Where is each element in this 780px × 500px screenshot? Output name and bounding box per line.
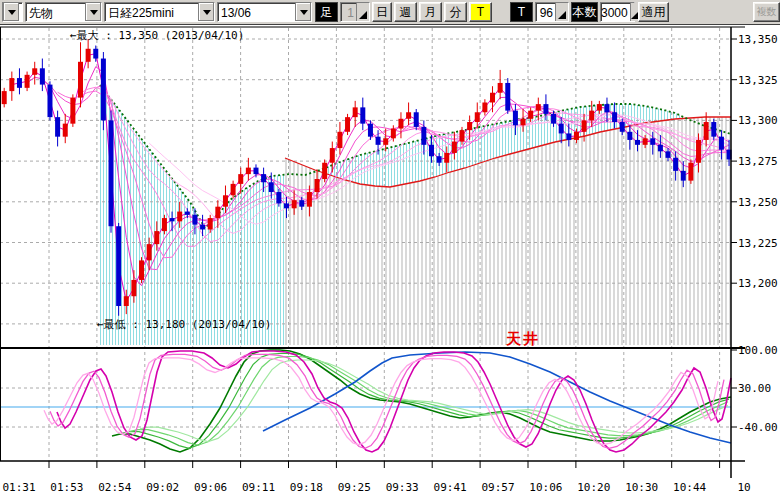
tick-count-value: 96	[536, 3, 555, 21]
price-chart-plot	[0, 0, 780, 500]
bar-type-label: 足	[315, 2, 338, 22]
y-axis-label: 13,250	[738, 196, 778, 209]
period-month-button[interactable]: 月	[419, 2, 442, 22]
x-axis-label: 02:54	[95, 481, 135, 494]
chart-application-window: 先物 日経225mini 13/06 足 1 日 週 月 分 T T 96 本数…	[0, 0, 780, 500]
y-axis-label: 13,275	[738, 155, 778, 168]
x-axis-label: 10:06	[526, 481, 566, 494]
x-axis-label: 09:18	[286, 481, 326, 494]
interval-stepper[interactable]: 1	[340, 2, 370, 22]
period-tick-button[interactable]: T	[469, 2, 492, 22]
tick-count-stepper[interactable]: 96	[535, 2, 569, 22]
bar-count-stepper[interactable]: 3000	[600, 2, 635, 22]
tick-count-label: T	[510, 2, 533, 22]
chevron-down-icon[interactable]	[295, 3, 311, 21]
x-axis-label: 09:06	[191, 481, 231, 494]
x-axis-label: 10:30	[622, 481, 662, 494]
bar-count-label: 本数	[571, 2, 598, 22]
x-axis-label: 09:41	[430, 481, 470, 494]
ceiling-annotation: 天井	[506, 330, 540, 349]
x-axis-label: 09:33	[382, 481, 422, 494]
x-axis-label: 09:57	[478, 481, 518, 494]
toolbar: 先物 日経225mini 13/06 足 1 日 週 月 分 T T 96 本数…	[0, 0, 780, 25]
min-price-annotation: ←最低 : 13,180 (2013/04/10)	[97, 317, 271, 332]
y-axis-label: 100.00	[738, 344, 778, 357]
y-axis-label: 30.00	[738, 382, 771, 395]
spin-icon[interactable]	[555, 3, 568, 21]
y-axis-label: 13,300	[738, 114, 778, 127]
chevron-down-icon[interactable]	[3, 3, 19, 21]
contract-month-select[interactable]: 13/06	[217, 2, 312, 22]
apply-button[interactable]: 適用	[638, 2, 669, 22]
symbol-category-select[interactable]: 先物	[25, 2, 102, 22]
period-day-button[interactable]: 日	[372, 2, 392, 22]
interval-value: 1	[341, 3, 356, 21]
max-price-annotation: ←最大 : 13,350 (2013/04/10)	[70, 28, 244, 43]
y-axis-label: 13,325	[738, 74, 778, 87]
symbol-category-value: 先物	[26, 3, 85, 21]
chart-type-dropdown[interactable]	[2, 2, 23, 22]
y-axis-label: 13,200	[738, 277, 778, 290]
period-week-button[interactable]: 週	[394, 2, 417, 22]
contract-month-value: 13/06	[218, 3, 295, 21]
y-axis-label: 13,225	[738, 237, 778, 250]
symbol-name-value: 日経225mini	[105, 3, 198, 21]
chevron-down-icon[interactable]	[85, 3, 101, 21]
x-axis-label: 01:31	[0, 481, 39, 494]
period-minute-button[interactable]: 分	[444, 2, 467, 22]
x-axis-label: 10:20	[574, 481, 614, 494]
y-axis-label: -40.00	[738, 421, 778, 434]
spin-icon[interactable]	[356, 3, 369, 21]
x-axis-label: 09:02	[143, 481, 183, 494]
x-axis-label: 09:25	[334, 481, 374, 494]
x-axis-label: 01:53	[47, 481, 87, 494]
multi-symbol-button[interactable]: 複数銘柄	[753, 2, 780, 22]
x-axis-label: 10:44	[670, 481, 710, 494]
chevron-down-icon[interactable]	[198, 3, 214, 21]
symbol-name-select[interactable]: 日経225mini	[104, 2, 215, 22]
y-axis-label: 13,350	[738, 33, 778, 46]
bar-count-value: 3000	[601, 3, 630, 21]
x-axis-label: 09:11	[239, 481, 279, 494]
x-axis-label: 10	[724, 481, 764, 494]
